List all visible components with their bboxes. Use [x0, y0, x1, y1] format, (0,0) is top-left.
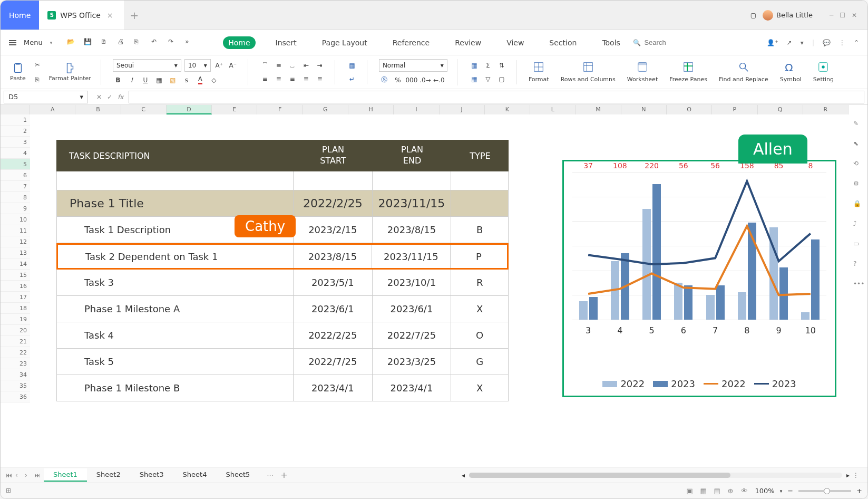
- horizontal-scrollbar[interactable]: ◂ ▸ ⋮: [462, 467, 862, 483]
- more-rail-icon[interactable]: •••: [853, 280, 863, 290]
- search-input[interactable]: [644, 39, 739, 46]
- sheet-canvas[interactable]: TASK DESCRIPTION PLANSTART PLANEND TYPE …: [30, 114, 849, 467]
- justify-icon[interactable]: ≣: [301, 74, 311, 84]
- row-header[interactable]: 17: [1, 292, 30, 303]
- sheet-prev-icon[interactable]: ‹: [15, 472, 23, 479]
- sheet-next-icon[interactable]: ›: [25, 472, 32, 479]
- font-size-combo[interactable]: 10▾: [184, 59, 211, 72]
- phase-row[interactable]: Phase 1 Title 2022/2/25 2023/11/15: [56, 190, 509, 217]
- align-middle-icon[interactable]: ≡: [274, 60, 284, 71]
- task-cell[interactable]: Task 4: [57, 322, 294, 348]
- symbol-button[interactable]: Ω Symbol: [780, 61, 802, 83]
- row-header[interactable]: 12: [1, 236, 30, 247]
- ribbon-tab-home[interactable]: Home: [223, 36, 255, 49]
- column-header[interactable]: D: [167, 105, 212, 114]
- task-cell[interactable]: Task 5: [57, 349, 294, 375]
- column-header[interactable]: R: [803, 105, 849, 114]
- row-header[interactable]: 7: [1, 181, 30, 192]
- end-cell[interactable]: 2023/10/1: [373, 270, 452, 295]
- tablet-mode-icon[interactable]: ▢: [750, 12, 756, 19]
- table-row[interactable]: Task 2 Dependent on Task 1 2023/8/15 202…: [56, 243, 509, 270]
- italic-button[interactable]: I: [126, 75, 137, 85]
- share-icon[interactable]: 👤⁺: [767, 39, 778, 46]
- comment-icon[interactable]: 💬: [823, 39, 831, 46]
- task-cell[interactable]: Phase 1 Milestone A: [57, 296, 294, 322]
- table-row[interactable]: Task 4 2022/2/25 2022/7/25 O: [56, 322, 509, 349]
- align-left-icon[interactable]: ≡: [260, 74, 270, 84]
- column-header[interactable]: B: [75, 105, 121, 114]
- freeze-panes-button[interactable]: Freeze Panes: [669, 61, 707, 83]
- row-header[interactable]: 6: [1, 170, 30, 181]
- sheet-first-icon[interactable]: ⏮: [6, 472, 13, 479]
- view-eye-icon[interactable]: 👁: [741, 487, 749, 495]
- document-tab[interactable]: S WPS Office ×: [39, 1, 123, 30]
- row-header[interactable]: 22: [1, 347, 30, 358]
- column-header[interactable]: P: [712, 105, 757, 114]
- more-menu-icon[interactable]: ⋮: [839, 39, 845, 46]
- comma-icon[interactable]: 000: [406, 75, 417, 85]
- percent-icon[interactable]: %: [393, 75, 403, 85]
- sheet-last-icon[interactable]: ⏭: [34, 472, 42, 479]
- window-maximize-button[interactable]: ☐: [840, 12, 845, 19]
- type-cell[interactable]: X: [451, 296, 508, 322]
- align-right-icon[interactable]: ≡: [287, 74, 298, 84]
- column-header[interactable]: H: [348, 105, 394, 114]
- sheet-tab[interactable]: Sheet3: [130, 468, 173, 482]
- clear-format-button[interactable]: ◇: [209, 75, 219, 85]
- column-header[interactable]: F: [257, 105, 303, 114]
- window-minimize-button[interactable]: ─: [830, 12, 833, 19]
- row-header[interactable]: 20: [1, 325, 30, 336]
- select-tool-icon[interactable]: ⬉: [853, 140, 863, 149]
- column-header[interactable]: C: [121, 105, 167, 114]
- type-cell[interactable]: R: [451, 270, 508, 295]
- fx-icon[interactable]: fx: [118, 93, 123, 101]
- accept-formula-icon[interactable]: ✓: [107, 93, 112, 101]
- save-icon[interactable]: 💾: [84, 38, 93, 47]
- copy-icon[interactable]: ⎘: [32, 74, 43, 85]
- row-header[interactable]: 5: [1, 159, 30, 170]
- view-grid-icon[interactable]: ▦: [700, 487, 708, 495]
- column-header[interactable]: N: [621, 105, 667, 114]
- column-header[interactable]: O: [667, 105, 712, 114]
- outdent-icon[interactable]: ⇤: [301, 60, 311, 71]
- column-header[interactable]: G: [303, 105, 348, 114]
- scroll-left-icon[interactable]: ◂: [462, 472, 465, 479]
- row-header[interactable]: 15: [1, 270, 30, 281]
- scroll-menu-icon[interactable]: ⋮: [850, 472, 862, 479]
- indent-icon[interactable]: ⇥: [315, 60, 325, 71]
- cancel-formula-icon[interactable]: ✕: [96, 93, 102, 101]
- row-header[interactable]: 3: [1, 137, 30, 148]
- zoom-slider[interactable]: [798, 490, 851, 492]
- select-all-corner[interactable]: [1, 105, 30, 114]
- zoom-out-button[interactable]: −: [787, 487, 793, 495]
- sheet-tab[interactable]: Sheet5: [216, 468, 259, 482]
- font-name-combo[interactable]: Seoui▾: [113, 59, 181, 72]
- help-icon[interactable]: ?: [853, 260, 863, 270]
- redo-icon[interactable]: ↷: [168, 38, 178, 47]
- phase-end-cell[interactable]: 2023/11/15: [373, 190, 452, 216]
- cell-reference-box[interactable]: D5▾: [4, 91, 88, 103]
- ribbon-tab-page-layout[interactable]: Page Layout: [317, 36, 373, 49]
- row-header[interactable]: 1: [1, 114, 30, 126]
- column-header[interactable]: M: [576, 105, 621, 114]
- column-header[interactable]: L: [530, 105, 576, 114]
- export-icon[interactable]: ⎘: [134, 38, 144, 47]
- row-header[interactable]: 4: [1, 148, 30, 159]
- view-page-icon[interactable]: ▤: [714, 487, 722, 495]
- type-cell[interactable]: X: [451, 375, 508, 401]
- phase-title-cell[interactable]: Phase 1 Title: [57, 190, 294, 216]
- end-cell[interactable]: 2022/7/25: [373, 322, 452, 348]
- wrap-text-icon[interactable]: ↵: [347, 74, 357, 84]
- start-cell[interactable]: 2023/6/1: [294, 296, 373, 322]
- find-replace-button[interactable]: Find and Replace: [719, 61, 768, 83]
- note-icon[interactable]: ▭: [853, 240, 863, 250]
- zoom-level[interactable]: 100%: [755, 487, 774, 495]
- row-header[interactable]: 35: [1, 380, 30, 391]
- sum-icon[interactable]: Σ: [483, 60, 493, 71]
- row-header[interactable]: 36: [1, 391, 30, 402]
- end-cell[interactable]: 2023/8/15: [373, 217, 452, 243]
- row-header[interactable]: 18: [1, 303, 30, 314]
- column-header[interactable]: A: [30, 105, 75, 114]
- sheet-more-icon[interactable]: ⋯: [261, 472, 278, 479]
- view-focus-icon[interactable]: ⊕: [727, 487, 736, 495]
